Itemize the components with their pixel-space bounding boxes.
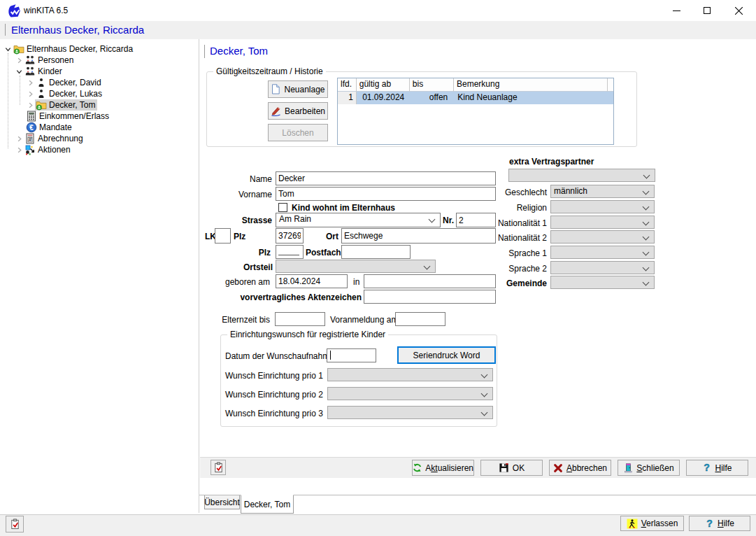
aktenzeichen-input[interactable] <box>364 290 496 304</box>
expander-collapsed-icon[interactable] <box>25 100 35 110</box>
vorname-input[interactable] <box>276 187 496 201</box>
tree-item-mandate[interactable]: € Mandate <box>25 122 74 133</box>
tree-item-kinder[interactable]: Kinder <box>14 66 64 77</box>
person-icon <box>35 77 47 88</box>
invoice-icon: # <box>24 133 36 144</box>
tree-item-personen[interactable]: Personen <box>14 55 76 66</box>
table-row[interactable]: 1 01.09.2024 offen Kind Neuanlage <box>338 92 613 104</box>
prio1-combobox[interactable] <box>327 368 493 381</box>
tree-item-aktionen[interactable]: Aktionen <box>14 144 73 155</box>
bearbeiten-label: Bearbeiten <box>285 106 325 116</box>
tree-item-decker-tom[interactable]: Decker, Tom <box>25 99 97 111</box>
strasse-combobox[interactable]: Am Rain <box>276 213 441 227</box>
tree-item-abrechnung[interactable]: # Abrechnung <box>14 133 85 144</box>
save-floppy-icon <box>499 463 509 473</box>
ok-button[interactable]: OK <box>480 460 543 476</box>
neuanlage-button[interactable]: Neuanlage <box>268 80 328 98</box>
wohnt-checkbox[interactable] <box>278 203 287 212</box>
gemeinde-label: Gemeinde <box>477 278 547 288</box>
tree-item-elternhaus[interactable]: Elternhaus Decker, Riccarda <box>3 43 135 55</box>
nationalitaet1-combobox[interactable] <box>550 216 655 229</box>
sprache1-combobox[interactable] <box>550 246 655 259</box>
cell-bis: offen <box>411 92 455 104</box>
minimize-button[interactable] <box>660 0 692 21</box>
plz-label: Plz <box>234 232 245 241</box>
ort-input[interactable] <box>341 228 496 244</box>
tree-item-decker-david[interactable]: Decker, David <box>25 77 104 88</box>
postfach-label: Postfach <box>306 248 341 258</box>
sprache2-combobox[interactable] <box>550 261 655 274</box>
cell-bemerkung: Kind Neuanlage <box>455 92 613 104</box>
history-table[interactable]: lfd. gültig ab bis Bemerkung 1 01.09.202… <box>337 78 614 145</box>
statusbar-clipboard-button[interactable] <box>6 516 24 533</box>
expander-collapsed-icon[interactable] <box>25 78 35 87</box>
prio3-combobox[interactable] <box>327 406 493 419</box>
column-header-lfd[interactable]: lfd. <box>338 78 357 92</box>
lk-input[interactable] <box>215 228 231 244</box>
column-header-bemerkung[interactable]: Bemerkung <box>454 78 608 92</box>
prio2-combobox[interactable] <box>327 387 493 400</box>
sprache2-label: Sprache 2 <box>477 264 547 274</box>
gemeinde-combobox[interactable] <box>550 276 655 289</box>
seriendruck-word-button[interactable]: Seriendruck Word <box>397 346 496 364</box>
clipboard-check-button[interactable] <box>211 460 226 475</box>
ortsteil-combobox[interactable] <box>276 260 436 273</box>
page-header-strip: Elternhaus Decker, Riccarda <box>0 21 756 39</box>
voranmeldung-input[interactable] <box>395 312 445 326</box>
religion-label: Religion <box>477 203 547 213</box>
ort-label: Ort <box>326 232 338 241</box>
tree-item-label: Aktionen <box>36 145 73 155</box>
expander-collapsed-icon[interactable] <box>14 145 24 155</box>
nationalitaet2-combobox[interactable] <box>550 230 655 244</box>
bearbeiten-button[interactable]: Bearbeiten <box>268 102 328 120</box>
tree-item-einkommen[interactable]: Einkommen/Erlass <box>25 111 111 122</box>
aktenzeichen-label: vorvertragliches Aktenzeichen <box>238 292 362 302</box>
plz2-label: Plz <box>236 248 271 258</box>
column-header-gueltig-ab[interactable]: gültig ab <box>357 78 410 92</box>
elternzeit-input[interactable] <box>275 312 325 326</box>
aktualisieren-label: Aktualisieren <box>425 463 473 473</box>
wunschaufnahme-input[interactable] <box>327 348 376 362</box>
expander-collapsed-icon[interactable] <box>14 134 24 143</box>
hilfe-button[interactable]: ? Hilfe <box>686 460 748 476</box>
tab-decker-tom-label: Decker, Tom <box>244 500 290 509</box>
window-title: winKITA 6.5 <box>24 0 68 21</box>
prio3-label: Wunsch Einrichtung prio 3 <box>225 409 323 418</box>
expander-collapsed-icon[interactable] <box>14 55 24 65</box>
extra-vertragspartner-label: extra Vertragspartner <box>509 157 594 167</box>
statusbar-hilfe-button[interactable]: ? Hilfe <box>689 516 750 531</box>
expander-expanded-icon[interactable] <box>14 66 24 76</box>
close-button[interactable] <box>722 0 755 21</box>
expander-collapsed-icon[interactable] <box>25 89 35 99</box>
name-label: Name <box>202 174 272 184</box>
wish-group-title: Einrichtungswunsch für registrierte Kind… <box>227 330 388 339</box>
plz2-input[interactable] <box>276 245 304 259</box>
exit-door-icon <box>623 463 633 473</box>
abbrechen-button[interactable]: Abbrechen <box>549 460 611 476</box>
aktualisieren-button[interactable]: Aktualisieren <box>412 460 474 476</box>
tab-decker-tom[interactable]: Decker, Tom <box>241 495 294 514</box>
verlassen-button[interactable]: Verlassen <box>620 516 684 531</box>
new-page-icon <box>271 84 280 94</box>
postfach-input[interactable] <box>341 245 411 259</box>
column-header-bis[interactable]: bis <box>410 78 454 92</box>
geboren-input[interactable] <box>276 274 348 288</box>
tree-item-decker-lukas[interactable]: Decker, Lukas <box>25 88 104 99</box>
tab-uebersicht[interactable]: Übersicht <box>204 495 240 509</box>
name-input[interactable] <box>276 171 496 185</box>
seriendruck-word-label: Seriendruck Word <box>413 351 480 360</box>
history-group-title: Gültigkeitszeitraum / Historie <box>213 66 326 76</box>
religion-combobox[interactable] <box>550 200 655 213</box>
geschlecht-combobox[interactable]: männlich <box>550 185 655 198</box>
extra-vertragspartner-combobox[interactable] <box>508 169 655 182</box>
expander-expanded-icon[interactable] <box>3 44 13 54</box>
plz2-mask <box>278 255 299 255</box>
loeschen-button[interactable]: Löschen <box>268 124 328 141</box>
nationalitaet1-label: Nationalität 1 <box>477 218 547 228</box>
sprache1-label: Sprache 1 <box>477 248 547 258</box>
maximize-button[interactable] <box>691 0 723 21</box>
schliessen-button[interactable]: Schließen <box>618 460 680 476</box>
hilfe-label: Hilfe <box>715 463 732 473</box>
geboren-in-input[interactable] <box>364 274 496 288</box>
plz-input[interactable] <box>276 228 304 244</box>
